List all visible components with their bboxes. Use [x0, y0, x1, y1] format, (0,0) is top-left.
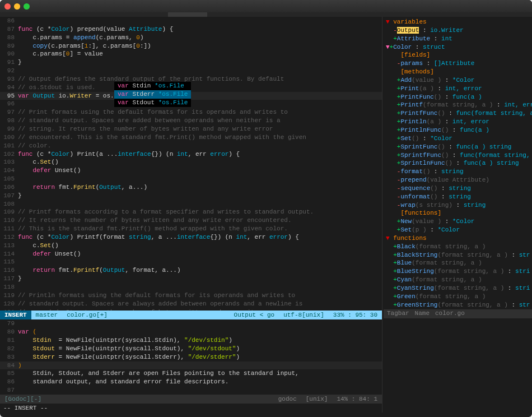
sidebar-type-color[interactable]: ▼+Color : struct [384, 43, 532, 52]
sidebar-functions-inner-label[interactable]: [functions] [384, 209, 532, 217]
code-line[interactable]: 103 c.Set() [0, 158, 382, 166]
sidebar-fields-label[interactable]: [fields] [384, 51, 532, 59]
code-line[interactable]: 114 defer Unset() [0, 250, 382, 258]
code-line[interactable]: 115 [0, 258, 382, 266]
sidebar-method[interactable]: -prepend(value Attribute) [384, 176, 532, 184]
sidebar-section-variables[interactable]: ▼ variables [384, 18, 532, 26]
godoc-label: [Godoc][-] [0, 395, 46, 404]
code-line[interactable]: 108 [0, 200, 382, 208]
code-line[interactable]: 111// This is the standard fmt.Printf() … [0, 225, 382, 233]
sidebar-func[interactable]: +Cyan(format string, a ) [384, 276, 532, 284]
editor-main[interactable]: var Stdin *os.Filevar Stderr *os.Filevar… [0, 17, 382, 311]
code-line[interactable]: 102func (c *Color) Print(a ...interface{… [0, 150, 382, 159]
sidebar-func[interactable]: +BlackString(format string, a ) : str [384, 251, 532, 260]
code-line[interactable]: 98// standard output. Spaces are added b… [0, 117, 382, 125]
sidebar-method[interactable]: -wrap(s string) : string [384, 201, 532, 210]
sidebar-func[interactable]: +Green(format string, a ) [384, 293, 532, 301]
sidebar-method[interactable]: +Print(a ) : int, error [384, 85, 532, 93]
sidebar-var-output[interactable]: -Output : io.Writer [384, 26, 532, 35]
editor-bottom[interactable]: 7980var (81 Stdin = NewFile(uintptr(sysc… [0, 319, 382, 395]
code-line[interactable]: 109// Printf formats according to a form… [0, 208, 382, 216]
sidebar-func[interactable]: +BlueString(format string, a ) : stri [384, 267, 532, 276]
code-line[interactable]: 90 c.params[0] = value [0, 50, 382, 58]
sidebar-method[interactable]: +Set() : *Color [384, 135, 532, 143]
minimize-icon[interactable] [14, 3, 20, 10]
code-line[interactable]: 87 [0, 386, 382, 395]
tagbar-sidebar[interactable]: ▼ variables -Output : io.Writer +Attribu… [382, 17, 532, 413]
code-line[interactable]: 121// appended. It returns the number of… [0, 308, 382, 311]
autocomplete-item[interactable]: var Stdout *os.File [114, 99, 191, 107]
autocomplete-popup[interactable]: var Stdin *os.Filevar Stderr *os.Filevar… [114, 82, 191, 107]
sidebar-type-attribute[interactable]: +Attribute : int [384, 35, 532, 43]
code-line[interactable]: 110// It returns the number of bytes wri… [0, 216, 382, 225]
command-line[interactable]: -- INSERT -- [0, 404, 382, 413]
code-line[interactable]: 82 Stdout = NewFile(uintptr(syscall.Stdo… [0, 345, 382, 353]
code-line[interactable]: 92 [0, 67, 382, 75]
sidebar-field-params[interactable]: -params : []Attribute [384, 59, 532, 68]
code-line[interactable]: 107} [0, 192, 382, 200]
code-line[interactable]: 118 [0, 283, 382, 291]
code-line[interactable]: 99// string. It returns the number of by… [0, 125, 382, 133]
code-line[interactable]: 91} [0, 58, 382, 67]
code-line[interactable]: 116 return fmt.Fprintf(Output, format, a… [0, 266, 382, 275]
sidebar-ctor[interactable]: +New(value ) : *Color [384, 217, 532, 226]
sidebar-section-functions[interactable]: ▼ functions [384, 234, 532, 243]
code-line[interactable]: 97// Print formats using the default for… [0, 108, 382, 117]
zoom-icon[interactable] [24, 3, 30, 10]
close-icon[interactable] [4, 3, 11, 10]
sidebar-method[interactable]: +PrintFunc() : func(a ) [384, 93, 532, 101]
file-type: Output < go [230, 311, 279, 319]
autocomplete-item[interactable]: var Stderr *os.File [114, 90, 191, 99]
sidebar-status: TagbarNamecolor.go [384, 309, 532, 318]
sidebar-func[interactable]: +GreenString(format string, a ) : str [384, 301, 532, 309]
code-line[interactable]: 112func (c *Color) Printf(format string,… [0, 233, 382, 242]
encoding-bottom: [unix] [301, 395, 333, 404]
sidebar-method[interactable]: +PrintfFunc() : func(format string, a [384, 109, 532, 118]
sidebar-method[interactable]: +Printf(format string, a ) : int, err [384, 101, 532, 109]
code-line[interactable]: 119// Println formats using the default … [0, 291, 382, 300]
code-line[interactable]: 85 Stdin, Stdout, and Stderr are open Fi… [0, 369, 382, 378]
code-line[interactable]: 87func (c *Color) prepend(value Attribut… [0, 25, 382, 34]
code-line[interactable]: 120// standard output. Spaces are always… [0, 300, 382, 308]
code-line[interactable]: 81 Stdin = NewFile(uintptr(syscall.Stdin… [0, 336, 382, 345]
code-line[interactable]: 89 copy(c.params[1:], c.params[0:]) [0, 42, 382, 50]
sidebar-method[interactable]: +SprintFunc() : func(a ) string [384, 143, 532, 151]
sidebar-method[interactable]: -format() : string [384, 168, 532, 176]
sidebar-method[interactable]: +SprintfFunc() : func(format string, [384, 151, 532, 160]
tab-active[interactable] [168, 12, 207, 17]
code-line[interactable]: 80var ( [0, 328, 382, 336]
code-line[interactable]: 79 [0, 319, 382, 328]
encoding: utf-8[unix] [279, 311, 329, 319]
file-type-bottom: godoc [274, 395, 301, 404]
code-line[interactable]: 105 [0, 175, 382, 183]
sidebar-method[interactable]: +SprintlnFunc() : func(a ) string [384, 159, 532, 168]
tab-bar [0, 12, 532, 17]
sidebar-ctor[interactable]: +Set(p ) : *Color [384, 226, 532, 234]
sidebar-method[interactable]: -sequence() : string [384, 184, 532, 193]
sidebar-func[interactable]: +Black(format string, a ) [384, 243, 532, 251]
mode-indicator: INSERT [0, 311, 31, 319]
code-line[interactable]: 106 return fmt.Fprint(Output, a...) [0, 183, 382, 192]
sidebar-method[interactable]: +PrintlnFunc() : func(a ) [384, 126, 532, 135]
file-name: color.go[+] [62, 311, 112, 319]
code-line[interactable]: 101// color. [0, 142, 382, 150]
sidebar-method[interactable]: -unformat() : string [384, 193, 532, 201]
autocomplete-item[interactable]: var Stdin *os.File [114, 82, 191, 90]
main-pane: var Stdin *os.Filevar Stderr *os.Filevar… [0, 17, 382, 413]
code-line[interactable]: 88 c.params = append(c.params, 0) [0, 34, 382, 42]
sidebar-method[interactable]: +Println(a ) : int, error [384, 118, 532, 126]
sidebar-method[interactable]: +Add(value ) : *Color [384, 76, 532, 85]
code-line[interactable]: 86 [0, 17, 382, 25]
code-line[interactable]: 100// encountered. This is the standard … [0, 133, 382, 142]
code-line[interactable]: 84) [0, 362, 382, 370]
code-line[interactable]: 117} [0, 275, 382, 283]
code-line[interactable]: 86 standard output, and standard error f… [0, 378, 382, 386]
sidebar-func[interactable]: +CyanString(format string, a ) : stri [384, 284, 532, 293]
terminal-window: var Stdin *os.Filevar Stderr *os.Filevar… [0, 0, 532, 417]
code-line[interactable]: 113 c.Set() [0, 242, 382, 250]
sidebar-methods-label[interactable]: [methods] [384, 68, 532, 76]
statusbar-main: INSERT master color.go[+] Output < go ut… [0, 311, 382, 319]
code-line[interactable]: 83 Stderr = NewFile(uintptr(syscall.Stde… [0, 353, 382, 362]
sidebar-func[interactable]: +Blue(format string, a ) [384, 259, 532, 267]
code-line[interactable]: 104 defer Unset() [0, 166, 382, 175]
